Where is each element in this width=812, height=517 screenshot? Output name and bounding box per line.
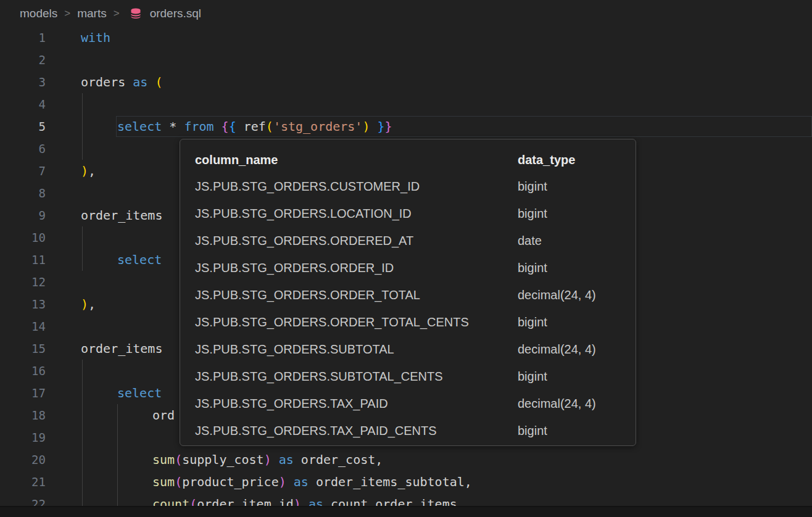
code-text: ), xyxy=(81,293,96,315)
indent-guide xyxy=(117,449,118,471)
line-number: 16 xyxy=(0,360,46,382)
line-number: 5 xyxy=(0,115,46,138)
popup-row: JS.PUB.STG_ORDERS.SUBTOTAL_CENTSbigint xyxy=(195,363,621,390)
popup-row: JS.PUB.STG_ORDERS.TAX_PAID_CENTSbigint xyxy=(195,417,621,444)
code-text: with xyxy=(81,27,110,49)
indent-guide xyxy=(82,226,83,249)
code-line-5[interactable]: 5select * from {{ ref('stg_orders') }} xyxy=(0,115,812,138)
indent-guide xyxy=(82,471,83,493)
code-text: orders as ( xyxy=(81,71,162,93)
indent-guide xyxy=(117,404,118,426)
line-number: 17 xyxy=(0,382,46,404)
line-number: 2 xyxy=(0,49,46,71)
popup-row: JS.PUB.STG_ORDERS.ORDER_TOTALdecimal(24,… xyxy=(195,281,621,308)
code-line-21[interactable]: 21sum(product_price) as order_items_subt… xyxy=(0,471,812,493)
popup-cell-data-type: decimal(24, 4) xyxy=(518,288,621,302)
code-text: select xyxy=(117,249,162,271)
popup-row: JS.PUB.STG_ORDERS.ORDERED_ATdate xyxy=(195,227,621,254)
code-line-2[interactable]: 2 xyxy=(0,49,812,71)
popup-rows: JS.PUB.STG_ORDERS.CUSTOMER_IDbigintJS.PU… xyxy=(195,173,621,444)
code-line-4[interactable]: 4 xyxy=(0,93,812,115)
line-number: 9 xyxy=(0,204,46,226)
code-line-20[interactable]: 20sum(supply_cost) as order_cost, xyxy=(0,449,812,471)
popup-cell-data-type: decimal(24, 4) xyxy=(518,342,621,357)
line-number: 12 xyxy=(0,271,46,293)
popup-cell-column-name: JS.PUB.STG_ORDERS.LOCATION_ID xyxy=(195,207,518,221)
indent-guide xyxy=(82,93,83,115)
indent-guide xyxy=(82,426,83,449)
code-text: order_items xyxy=(81,337,162,360)
editor-window: models > marts > orders.sql 1with23order… xyxy=(0,0,812,517)
breadcrumb-item-file[interactable]: orders.sql xyxy=(150,7,201,20)
line-number: 11 xyxy=(0,249,46,271)
line-number: 14 xyxy=(0,315,46,337)
popup-header-row: column_name data_type xyxy=(195,147,621,173)
line-number: 21 xyxy=(0,471,46,493)
line-number: 6 xyxy=(0,138,46,160)
line-number: 10 xyxy=(0,226,46,249)
indent-guide xyxy=(117,471,118,493)
code-text: select * from {{ ref('stg_orders') }} xyxy=(117,115,392,138)
popup-row: JS.PUB.STG_ORDERS.TAX_PAIDdecimal(24, 4) xyxy=(195,390,621,417)
indent-guide xyxy=(82,138,83,160)
breadcrumb-item-marts[interactable]: marts xyxy=(77,7,107,20)
popup-cell-column-name: JS.PUB.STG_ORDERS.ORDER_ID xyxy=(195,261,518,275)
popup-row: JS.PUB.STG_ORDERS.ORDER_IDbigint xyxy=(195,254,621,281)
popup-cell-column-name: JS.PUB.STG_ORDERS.ORDER_TOTAL xyxy=(195,288,518,302)
bottom-strip xyxy=(0,506,812,517)
line-number: 3 xyxy=(0,71,46,93)
indent-guide xyxy=(82,249,83,271)
popup-cell-data-type: date xyxy=(518,234,621,248)
code-text: sum(product_price) as order_items_subtot… xyxy=(152,471,472,493)
indent-guide xyxy=(82,404,83,426)
popup-row: JS.PUB.STG_ORDERS.SUBTOTALdecimal(24, 4) xyxy=(195,336,621,363)
line-number: 4 xyxy=(0,93,46,115)
popup-cell-column-name: JS.PUB.STG_ORDERS.SUBTOTAL_CENTS xyxy=(195,370,518,384)
line-number: 8 xyxy=(0,182,46,204)
popup-header-column-name: column_name xyxy=(195,153,518,167)
popup-row: JS.PUB.STG_ORDERS.CUSTOMER_IDbigint xyxy=(195,173,621,200)
code-line-3[interactable]: 3orders as ( xyxy=(0,71,812,93)
popup-cell-data-type: bigint xyxy=(518,315,621,329)
line-number: 7 xyxy=(0,160,46,182)
popup-cell-column-name: JS.PUB.STG_ORDERS.TAX_PAID xyxy=(195,397,518,411)
chevron-right-icon: > xyxy=(64,7,71,20)
indent-guide xyxy=(82,115,83,138)
code-text: sum(supply_cost) as order_cost, xyxy=(152,449,383,471)
code-text: order_items xyxy=(81,204,162,226)
indent-guide xyxy=(82,382,83,404)
popup-cell-column-name: JS.PUB.STG_ORDERS.ORDER_TOTAL_CENTS xyxy=(195,315,518,329)
line-number: 13 xyxy=(0,293,46,315)
popup-cell-data-type: bigint xyxy=(518,180,621,194)
popup-row: JS.PUB.STG_ORDERS.LOCATION_IDbigint xyxy=(195,200,621,227)
popup-cell-data-type: bigint xyxy=(518,261,621,275)
line-number: 19 xyxy=(0,426,46,449)
popup-row: JS.PUB.STG_ORDERS.ORDER_TOTAL_CENTSbigin… xyxy=(195,308,621,336)
popup-cell-data-type: bigint xyxy=(518,207,621,221)
popup-cell-column-name: JS.PUB.STG_ORDERS.TAX_PAID_CENTS xyxy=(195,424,518,438)
popup-cell-data-type: decimal(24, 4) xyxy=(518,397,621,411)
code-text: select xyxy=(117,382,162,404)
code-line-1[interactable]: 1with xyxy=(0,27,812,49)
popup-cell-data-type: bigint xyxy=(518,424,621,438)
line-number: 15 xyxy=(0,337,46,360)
code-text: ord xyxy=(152,404,175,426)
indent-guide xyxy=(82,449,83,471)
popup-cell-column-name: JS.PUB.STG_ORDERS.CUSTOMER_ID xyxy=(195,180,518,194)
column-info-popup: column_name data_type JS.PUB.STG_ORDERS.… xyxy=(180,139,636,446)
database-icon xyxy=(129,7,143,20)
popup-cell-column-name: JS.PUB.STG_ORDERS.ORDERED_AT xyxy=(195,234,518,248)
line-number: 1 xyxy=(0,27,46,49)
indent-guide xyxy=(82,360,83,382)
indent-guide xyxy=(117,426,118,449)
chevron-right-icon: > xyxy=(113,7,120,20)
line-number: 18 xyxy=(0,404,46,426)
code-text: ), xyxy=(81,160,96,182)
popup-header-data-type: data_type xyxy=(518,153,621,167)
popup-cell-data-type: bigint xyxy=(518,370,621,384)
breadcrumb-item-models[interactable]: models xyxy=(20,7,57,20)
popup-cell-column-name: JS.PUB.STG_ORDERS.SUBTOTAL xyxy=(195,342,518,357)
breadcrumb: models > marts > orders.sql xyxy=(0,0,812,27)
line-number: 20 xyxy=(0,449,46,471)
